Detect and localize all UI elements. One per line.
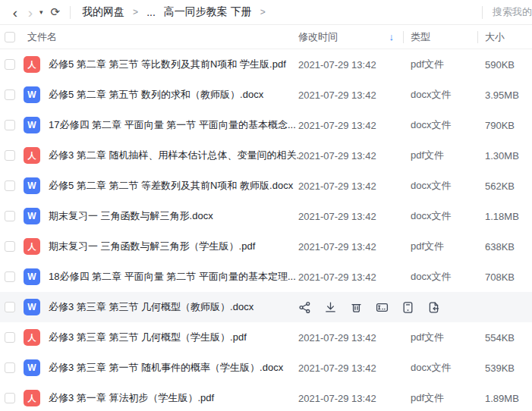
table-row[interactable]: W 17必修四 第二章 平面向量 第一节 平面向量的基本概念... 2021-0… bbox=[0, 110, 532, 140]
word-file-icon: W bbox=[24, 86, 40, 103]
file-modified-time: 2021-07-29 13:42 bbox=[298, 362, 403, 374]
file-modified-time: 2021-07-29 13:42 bbox=[298, 89, 403, 101]
download-icon[interactable] bbox=[324, 301, 337, 314]
file-type: pdf文件 bbox=[403, 391, 477, 405]
history-dropdown-icon[interactable]: ▾ bbox=[39, 8, 43, 16]
table-row[interactable]: W 18必修四 第二章 平面向量 第二节 平面向量的基本定理... 2021-0… bbox=[0, 262, 532, 292]
file-name[interactable]: 期末复习一 三角函数与解三角形（学生版）.pdf bbox=[49, 240, 298, 253]
table-row[interactable]: 人 必修3 第三章 第三节 几何概型（学生版）.pdf 2021-07-29 1… bbox=[0, 322, 532, 353]
file-size: 1.89MB bbox=[477, 393, 532, 404]
back-button[interactable]: ‹ bbox=[8, 5, 23, 20]
file-name[interactable]: 18必修四 第二章 平面向量 第二节 平面向量的基本定理... bbox=[49, 270, 298, 284]
word-file-icon: W bbox=[24, 117, 40, 133]
table-row[interactable]: W 期末复习一 三角函数与解三角形.docx 2021-07-29 13:42 … bbox=[0, 201, 532, 231]
file-type: pdf文件 bbox=[403, 58, 477, 71]
breadcrumb-root[interactable]: 我的网盘 bbox=[82, 5, 124, 19]
column-header-modified-label: 修改时间 bbox=[298, 30, 338, 44]
file-modified-time: 2021-07-29 13:42 bbox=[298, 393, 403, 404]
file-name[interactable]: 必修5 第二章 第二节 等差数列及其前N项和 教师版.docx bbox=[49, 179, 298, 193]
row-checkbox[interactable] bbox=[5, 332, 15, 343]
file-type: docx文件 bbox=[403, 179, 477, 193]
word-file-icon: W bbox=[24, 299, 40, 315]
file-size: 554KB bbox=[477, 332, 532, 344]
file-modified-time: 2021-07-29 13:42 bbox=[298, 150, 403, 162]
file-name[interactable]: 期末复习一 三角函数与解三角形.docx bbox=[49, 209, 298, 223]
table-row[interactable]: W 必修3 第三章 第三节 几何概型（教师版）.docx bbox=[0, 292, 532, 322]
file-size: 1.30MB bbox=[477, 150, 532, 162]
file-name[interactable]: 必修3 第三章 第三节 几何概型（教师版）.docx bbox=[49, 300, 298, 314]
search-input[interactable]: 搜索我的 bbox=[493, 5, 532, 19]
breadcrumb-ellipsis[interactable]: ... bbox=[146, 6, 156, 18]
file-modified-time: 2021-07-29 13:42 bbox=[298, 59, 403, 71]
row-checkbox[interactable] bbox=[5, 393, 15, 403]
move-icon[interactable] bbox=[401, 301, 414, 314]
file-size: 562KB bbox=[477, 180, 532, 192]
row-checkbox[interactable] bbox=[5, 89, 15, 100]
file-size: 3.95MB bbox=[477, 89, 532, 101]
word-file-icon: W bbox=[24, 359, 40, 376]
file-type: docx文件 bbox=[403, 209, 477, 223]
copy-icon[interactable] bbox=[427, 301, 440, 314]
file-modified-time: 2021-07-29 13:42 bbox=[298, 332, 403, 344]
row-checkbox[interactable] bbox=[5, 211, 15, 221]
file-name[interactable]: 必修3 第一章 算法初步（学生版）.pdf bbox=[49, 391, 298, 405]
column-header-modified[interactable]: 修改时间 ↓ bbox=[298, 30, 403, 44]
file-modified-time: 2021-07-29 13:42 bbox=[298, 211, 403, 222]
table-row[interactable]: 人 必修5 第二章 第三节 等比数列及其前N项和 学生版.pdf 2021-07… bbox=[0, 49, 532, 80]
table-row[interactable]: W 必修5 第二章 第二节 等差数列及其前N项和 教师版.docx 2021-0… bbox=[0, 171, 532, 201]
file-size: 638KB bbox=[477, 241, 532, 253]
file-size: 1.18MB bbox=[477, 211, 532, 222]
breadcrumb-current[interactable]: 高一同步教案 下册 bbox=[164, 5, 252, 19]
file-type: pdf文件 bbox=[403, 149, 477, 162]
refresh-icon[interactable]: ⟳ bbox=[51, 5, 61, 19]
row-checkbox[interactable] bbox=[5, 59, 15, 70]
toolbar-divider bbox=[70, 6, 71, 19]
file-type: docx文件 bbox=[403, 361, 477, 375]
row-checkbox[interactable] bbox=[5, 180, 15, 191]
search-zone: 搜索我的 bbox=[482, 5, 532, 19]
row-checkbox[interactable] bbox=[5, 120, 15, 130]
file-name[interactable]: 必修3 第三章 第一节 随机事件的概率（学生版）.docx bbox=[49, 361, 298, 375]
row-checkbox[interactable] bbox=[5, 302, 15, 312]
toolbar: ‹ › ▾ ⟳ 我的网盘 > ... 高一同步教案 下册 > 搜索我的 bbox=[0, 0, 532, 25]
file-name[interactable]: 必修5 第二章 第五节 数列的求和（教师版）.docx bbox=[49, 88, 298, 102]
table-row[interactable]: 人 必修3 第一章 算法初步（学生版）.pdf 2021-07-29 13:42… bbox=[0, 383, 532, 411]
share-icon[interactable] bbox=[298, 301, 311, 314]
file-list: 人 必修5 第二章 第三节 等比数列及其前N项和 学生版.pdf 2021-07… bbox=[0, 49, 532, 411]
table-row[interactable]: 人 必修3 第二章 随机抽样、用样本估计总体、变量间的相关... 2021-07… bbox=[0, 140, 532, 171]
file-type: docx文件 bbox=[403, 118, 477, 132]
table-row[interactable]: 人 期末复习一 三角函数与解三角形（学生版）.pdf 2021-07-29 13… bbox=[0, 231, 532, 262]
pdf-file-icon: 人 bbox=[24, 56, 40, 73]
column-header-name[interactable]: 文件名 bbox=[27, 30, 298, 44]
word-file-icon: W bbox=[24, 177, 40, 194]
word-file-icon: W bbox=[24, 268, 40, 285]
row-checkbox[interactable] bbox=[5, 362, 15, 373]
file-name[interactable]: 17必修四 第二章 平面向量 第一节 平面向量的基本概念... bbox=[49, 118, 298, 132]
table-header: 文件名 修改时间 ↓ 类型 大小 bbox=[0, 25, 532, 49]
row-actions bbox=[298, 301, 477, 314]
pdf-file-icon: 人 bbox=[24, 147, 40, 164]
file-type: docx文件 bbox=[403, 270, 477, 284]
row-checkbox[interactable] bbox=[5, 271, 15, 282]
file-modified-time: 2021-07-29 13:42 bbox=[298, 271, 403, 283]
rename-icon[interactable] bbox=[376, 301, 389, 314]
table-row[interactable]: W 必修5 第二章 第五节 数列的求和（教师版）.docx 2021-07-29… bbox=[0, 80, 532, 110]
table-row[interactable]: W 必修3 第三章 第一节 随机事件的概率（学生版）.docx 2021-07-… bbox=[0, 353, 532, 383]
search-divider bbox=[482, 6, 483, 19]
forward-button[interactable]: › bbox=[23, 5, 38, 20]
delete-icon[interactable] bbox=[350, 301, 363, 314]
file-modified-time: 2021-07-29 13:42 bbox=[298, 180, 403, 192]
breadcrumb-separator: > bbox=[133, 7, 138, 17]
row-checkbox[interactable] bbox=[5, 241, 15, 252]
file-size: 539KB bbox=[477, 362, 532, 374]
select-all-checkbox[interactable] bbox=[5, 32, 15, 42]
file-name[interactable]: 必修5 第二章 第三节 等比数列及其前N项和 学生版.pdf bbox=[49, 58, 298, 71]
row-checkbox[interactable] bbox=[5, 150, 15, 161]
sort-desc-icon[interactable]: ↓ bbox=[389, 31, 395, 42]
file-name[interactable]: 必修3 第三章 第三节 几何概型（学生版）.pdf bbox=[49, 331, 298, 344]
file-type: pdf文件 bbox=[403, 331, 477, 344]
pdf-file-icon: 人 bbox=[24, 329, 40, 346]
file-type: docx文件 bbox=[403, 88, 477, 102]
file-name[interactable]: 必修3 第二章 随机抽样、用样本估计总体、变量间的相关... bbox=[49, 149, 298, 162]
file-size: 790KB bbox=[477, 120, 532, 131]
